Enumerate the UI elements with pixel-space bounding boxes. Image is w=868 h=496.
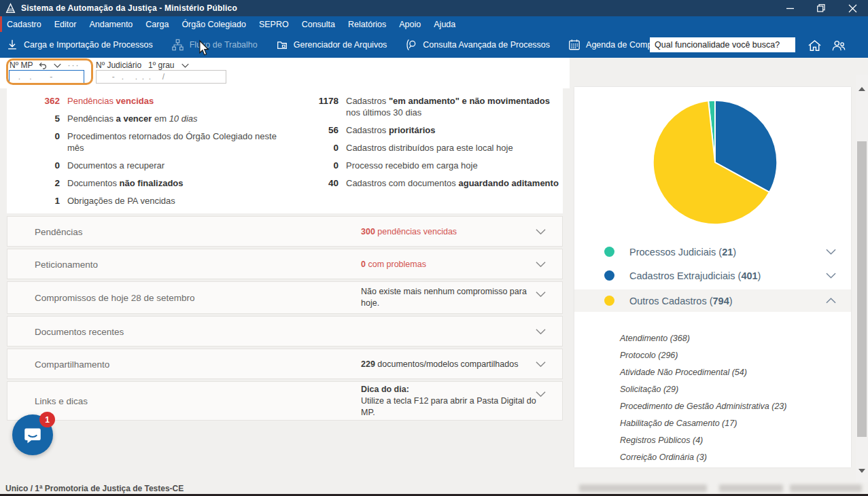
sublist-registros-publicos[interactable]: Registros Públicos (4) — [620, 432, 786, 449]
chevron-down-icon[interactable] — [826, 272, 836, 279]
chevron-down-icon[interactable] — [536, 291, 546, 298]
dashboard-summary-card: 362 Pendências vencidas 5 Pendências a v… — [7, 87, 563, 213]
sublist-procedimento-gestao-administrativa[interactable]: Procedimento de Gestão Administrativa (2… — [620, 398, 786, 415]
chat-bubble-icon — [22, 424, 44, 446]
window-title: Sistema de Automação da Justiça - Minist… — [21, 3, 237, 13]
menu-cadastro[interactable]: Cadastro — [7, 20, 41, 29]
legend-cadastros-extrajudiciais[interactable]: Cadastros Extrajudiciais (401) — [574, 264, 851, 287]
judicial-number-label: Nº Judiciário — [96, 60, 141, 70]
status-bar: Unico / 1ª Promotoria de Justiça de Test… — [0, 482, 868, 494]
sublist-habilitacao-casamento[interactable]: Habilitação de Casamento (17) — [620, 415, 786, 432]
stat-cadastros-nao-movimentados[interactable]: 1178 Cadastros "em andamento" e não movi… — [298, 95, 564, 118]
stat-documentos-recuperar[interactable]: 0 Documentos a recuperar — [19, 160, 291, 171]
menu-andamento[interactable]: Andamento — [89, 20, 133, 29]
accordion-peticionamento[interactable]: Peticionamento 0 com problemas — [7, 249, 563, 279]
download-icon — [6, 39, 18, 51]
chevron-down-icon[interactable] — [536, 361, 546, 367]
menu-ajuda[interactable]: Ajuda — [434, 20, 455, 29]
minimize-icon — [786, 5, 794, 12]
legend-processos-judiciais[interactable]: Processos Judiciais (21) — [574, 241, 851, 263]
legend-outros-cadastros[interactable]: Outros Cadastros (794) — [574, 289, 851, 312]
toolbar-gerenciador-arquivos-button[interactable]: Gerenciador de Arquivos — [276, 39, 387, 51]
chat-notification-badge: 1 — [39, 412, 55, 427]
chevron-down-icon[interactable] — [826, 249, 836, 255]
toolbar-carga-importacao-button[interactable]: Carga e Importação de Processos — [6, 39, 153, 51]
restore-icon — [817, 4, 825, 12]
mp-number-label: Nº MP — [10, 60, 33, 70]
more-options-icon[interactable]: ··· — [67, 63, 80, 67]
scrollbar-up-arrow[interactable] — [858, 87, 865, 91]
chevron-down-icon[interactable] — [536, 261, 546, 267]
stat-procedimentos-retornados[interactable]: 0 Procedimentos retornados do Órgão Cole… — [19, 130, 291, 154]
user-profile-button[interactable] — [830, 37, 848, 54]
close-button[interactable] — [837, 0, 868, 16]
stat-obrigacoes-pa-vencidas[interactable]: 1 Obrigações de PA vencidas — [19, 195, 291, 207]
menu-carga[interactable]: Carga — [145, 20, 169, 29]
toolbar: Carga e Importação de Processos Fluxo de… — [0, 32, 868, 58]
menu-relatorios[interactable]: Relatórios — [348, 20, 386, 29]
stat-cadastros-prioritarios[interactable]: 56 Cadastros prioritários — [298, 124, 564, 136]
scrollbar-thumb[interactable] — [857, 141, 867, 437]
legend-dot-yellow — [604, 296, 614, 306]
sublist-solicitacao[interactable]: Solicitação (29) — [620, 381, 786, 398]
mp-number-input[interactable] — [9, 70, 84, 84]
accordion-pendencias[interactable]: Pendências 300 pendências vencidas — [7, 216, 563, 247]
cadastros-chart-card: Processos Judiciais (21) Cadastros Extra… — [574, 87, 851, 467]
accordion-list: Pendências 300 pendências vencidas Petic… — [7, 216, 563, 423]
calendar-icon — [568, 39, 580, 51]
toolbar-consulta-avancada-button[interactable]: Consulta Avançada de Processos — [405, 39, 550, 51]
sublist-protocolo[interactable]: Protocolo (296) — [620, 347, 786, 364]
redacted-status-segment — [579, 484, 707, 492]
application-window: Sistema de Automação da Justiça - Minist… — [0, 0, 868, 496]
chevron-down-icon[interactable] — [536, 328, 546, 334]
outros-cadastros-sublist: Atendimento (368) Protocolo (296) Ativid… — [620, 330, 786, 466]
legend-dot-teal — [604, 247, 614, 257]
current-office-label: Unico / 1ª Promotoria de Justiça de Test… — [5, 484, 184, 493]
toolbar-fluxo-trabalho-button[interactable]: Fluxo de Trabalho — [171, 39, 258, 51]
undo-icon[interactable] — [39, 62, 48, 69]
menu-sepro[interactable]: SEPRO — [259, 20, 289, 29]
stat-processo-recebido-carga[interactable]: 0 Processo recebido em carga hoje — [298, 160, 564, 171]
legend-dot-blue — [604, 270, 614, 281]
close-icon — [849, 5, 856, 12]
user-icon — [831, 39, 846, 52]
menu-orgao-colegiado[interactable]: Órgão Colegiado — [181, 20, 246, 29]
degree-selector[interactable]: 1º grau — [148, 60, 174, 70]
home-icon — [808, 39, 822, 52]
stat-cadastros-distribuidos[interactable]: 0 Cadastros distribuídos para este local… — [298, 142, 564, 154]
title-bar: Sistema de Automação da Justiça - Minist… — [0, 0, 868, 16]
scrollbar-down-arrow[interactable] — [858, 469, 865, 473]
process-search-strip: Nº MP ··· Nº Judiciário 1º grau — [0, 58, 570, 88]
home-button[interactable] — [805, 37, 823, 54]
restore-button[interactable] — [805, 0, 837, 16]
sublist-atendimento[interactable]: Atendimento (368) — [620, 330, 786, 347]
minimize-button[interactable] — [774, 0, 805, 16]
chevron-down-icon[interactable] — [536, 228, 546, 234]
mp-chevron-down-icon[interactable] — [54, 63, 61, 68]
chevron-down-icon[interactable] — [536, 391, 546, 397]
degree-chevron-down-icon[interactable] — [181, 63, 189, 68]
menu-apoio[interactable]: Apoio — [399, 20, 421, 29]
cadastros-pie-chart[interactable] — [650, 98, 780, 227]
redacted-status-segment — [790, 484, 862, 492]
accordion-links-dicas[interactable]: Links e dicas Dica do dia:Utilize a tecl… — [7, 381, 563, 421]
redacted-status-segment — [719, 484, 783, 492]
advanced-search-icon — [405, 39, 417, 51]
stat-pendencias-a-vencer[interactable]: 5 Pendências a vencer em 10 dias — [19, 113, 291, 124]
chevron-up-icon[interactable] — [826, 298, 836, 304]
stat-documentos-nao-finalizados[interactable]: 2 Documentos não finalizados — [19, 177, 291, 189]
judicial-number-input[interactable] — [96, 70, 226, 84]
workflow-icon — [171, 39, 184, 51]
accordion-documentos-recentes[interactable]: Documentos recentes — [7, 316, 563, 347]
menu-bar: Cadastro Editor Andamento Carga Órgão Co… — [0, 16, 868, 32]
stat-pendencias-vencidas[interactable]: 362 Pendências vencidas — [19, 95, 291, 107]
function-search-input[interactable] — [650, 37, 795, 52]
file-manager-icon — [276, 39, 288, 51]
menu-editor[interactable]: Editor — [54, 20, 77, 29]
accordion-compromissos-hoje[interactable]: Compromissos de hoje 28 de setembro Não … — [7, 281, 563, 314]
stat-documentos-aguardando-aditamento[interactable]: 40 Cadastros com documentos aguardando a… — [298, 177, 564, 189]
sublist-atividade-nao-procedimental[interactable]: Atividade Não Procedimental (54) — [620, 364, 786, 381]
sublist-correicao-ordinaria[interactable]: Correição Ordinária (3) — [620, 449, 786, 466]
accordion-compartilhamento[interactable]: Compartilhamento 229 documentos/modelos … — [7, 349, 563, 379]
menu-consulta[interactable]: Consulta — [302, 20, 335, 29]
